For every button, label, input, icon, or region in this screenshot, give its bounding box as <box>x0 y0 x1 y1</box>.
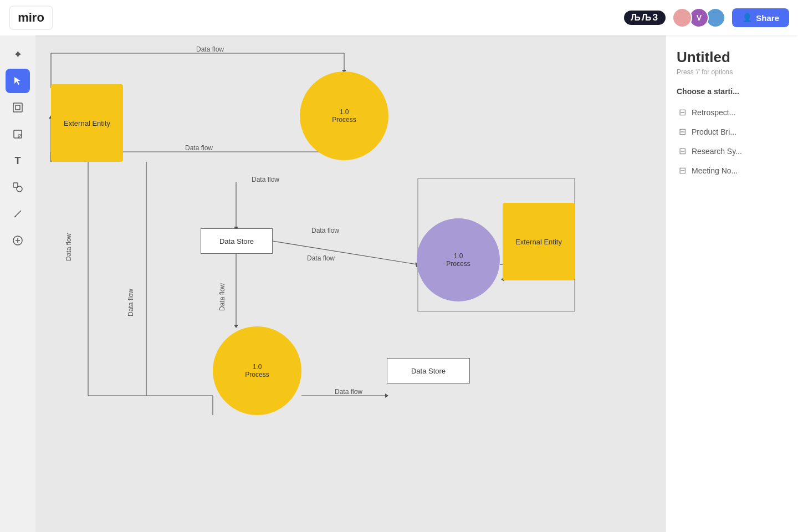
svg-rect-1 <box>16 105 20 110</box>
svg-marker-35 <box>385 393 388 398</box>
flow-label-4: Data flow <box>311 227 339 234</box>
flow-label-3: Data flow <box>252 176 279 183</box>
template-icon: ⊟ <box>679 107 686 117</box>
flow-label-2: Data flow <box>185 144 213 152</box>
process-purple[interactable]: 1.0 Process <box>417 218 500 301</box>
panel-item-research-sy[interactable]: ⊟ Research Sy... <box>677 141 787 161</box>
flow-label-5: Data flow <box>307 254 335 262</box>
panel-item-meeting-no-label: Meeting No... <box>692 166 738 175</box>
flow-label-vertical-3: Data flow <box>218 283 226 311</box>
template-icon: ⊟ <box>679 146 686 156</box>
external-entity-2[interactable]: External Entity <box>503 203 575 280</box>
svg-line-18 <box>273 241 417 264</box>
header-right: ЉЉЗ V 👤 Share <box>624 8 789 28</box>
sidebar-frames-button[interactable] <box>6 95 30 120</box>
sidebar-sticky-button[interactable] <box>6 122 30 146</box>
panel-item-product-bri-label: Product Bri... <box>692 127 736 136</box>
svg-rect-2 <box>14 130 22 138</box>
logo-box[interactable]: miro <box>9 6 53 30</box>
sidebar-ai-button[interactable]: ✦ <box>6 42 30 66</box>
flow-label-bottom: Data flow <box>335 388 362 396</box>
panel-item-product-bri[interactable]: ⊟ Product Bri... <box>677 122 787 141</box>
external-entity-1[interactable]: External Entity <box>51 84 123 162</box>
process-top[interactable]: 1.0 Process <box>300 71 388 160</box>
sidebar-pen-button[interactable] <box>6 202 30 226</box>
data-store-middle[interactable]: Data Store <box>201 228 273 254</box>
sidebar-add-button[interactable] <box>6 228 30 253</box>
logo: miro <box>18 11 44 25</box>
right-panel: Untitled Press '/' for options Choose a … <box>665 35 798 532</box>
share-icon: 👤 <box>742 13 753 23</box>
sidebar-text-button[interactable]: T <box>6 149 30 173</box>
panel-hint: Press '/' for options <box>677 68 787 76</box>
panel-item-meeting-no[interactable]: ⊟ Meeting No... <box>677 161 787 180</box>
flow-label-1: Data flow <box>196 45 224 53</box>
avatars: V <box>672 8 725 28</box>
template-icon: ⊟ <box>679 165 686 176</box>
svg-marker-32 <box>234 325 238 328</box>
header: miro ЉЉЗ V 👤 Share <box>0 0 798 35</box>
panel-title: Untitled <box>677 49 787 66</box>
share-button[interactable]: 👤 Share <box>732 8 789 27</box>
svg-rect-4 <box>13 183 18 187</box>
data-store-bottom[interactable]: Data Store <box>387 358 470 383</box>
timer-badge: ЉЉЗ <box>624 11 666 25</box>
panel-item-research-sy-label: Research Sy... <box>692 147 742 156</box>
svg-rect-0 <box>13 103 22 112</box>
sidebar: ✦ T <box>0 35 35 532</box>
panel-item-retrospect-label: Retrospect... <box>692 108 735 117</box>
sidebar-select-button[interactable] <box>6 69 30 93</box>
panel-choose-label: Choose a starti... <box>677 87 787 96</box>
flow-label-vertical-1: Data flow <box>65 233 73 261</box>
avatar-1[interactable] <box>672 8 692 28</box>
process-bottom[interactable]: 1.0 Process <box>213 326 301 415</box>
canvas[interactable]: Data flow Data flow Data flow Data flow … <box>35 35 665 532</box>
sidebar-shapes-button[interactable] <box>6 175 30 200</box>
flow-label-vertical-2: Data flow <box>127 289 135 316</box>
template-icon: ⊟ <box>679 126 686 137</box>
panel-item-retrospect[interactable]: ⊟ Retrospect... <box>677 103 787 122</box>
